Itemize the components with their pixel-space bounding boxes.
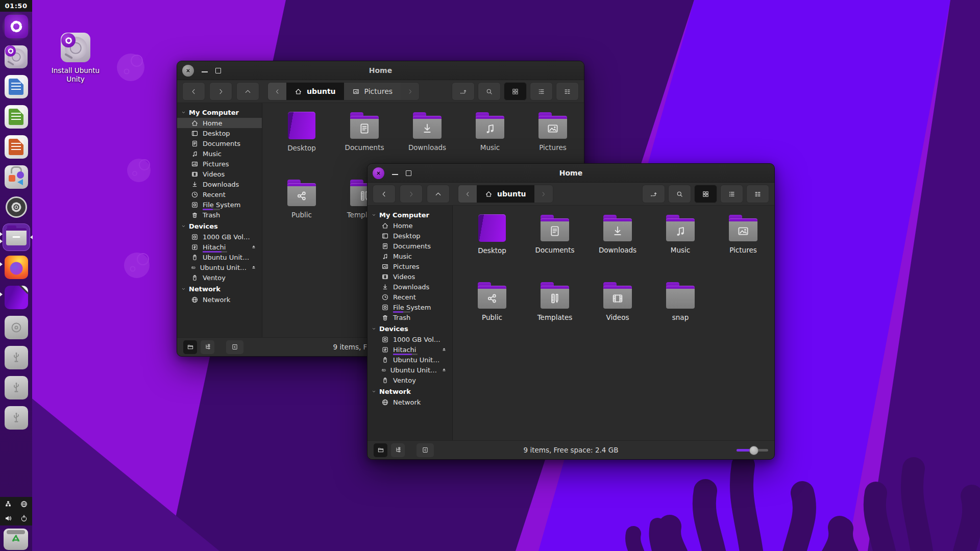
grid-view-button[interactable] (504, 82, 527, 101)
sidebar-item-downloads[interactable]: Downloads (177, 179, 262, 189)
sidebar-item-desktop[interactable]: Desktop (177, 128, 262, 138)
eject-button[interactable] (441, 346, 447, 353)
file-templates[interactable]: Templates (524, 281, 586, 348)
sidebar-item-1000-gb-vol-[interactable]: 1000 GB Vol… (368, 334, 452, 344)
sidebar-item-pictures[interactable]: Pictures (177, 159, 262, 169)
maximize-button[interactable] (406, 170, 411, 176)
sidebar-item-ubuntu-unit-[interactable]: Ubuntu Unit… (177, 252, 262, 262)
sidebar-item-downloads[interactable]: Downloads (368, 282, 452, 292)
sidebar-item-recent[interactable]: Recent (368, 292, 452, 302)
trash-icon[interactable] (4, 529, 28, 550)
sidebar-item-pictures[interactable]: Pictures (368, 261, 452, 271)
file-public[interactable]: Public (271, 179, 333, 246)
sidebar-item-home[interactable]: Home (177, 118, 262, 128)
dock-libreoffice-calc[interactable] (4, 105, 29, 129)
file-videos[interactable]: Videos (586, 281, 649, 348)
sidebar-item-home[interactable]: Home (368, 220, 452, 231)
dock-software-center[interactable] (4, 165, 29, 189)
titlebar[interactable]: Home (368, 164, 774, 183)
toggle-sidebar-button[interactable] (416, 443, 434, 457)
forward-button[interactable] (209, 82, 232, 101)
sidebar-item-hitachi[interactable]: Hitachi (177, 242, 262, 252)
sidebar-item-desktop[interactable]: Desktop (368, 231, 452, 241)
eject-button[interactable] (251, 264, 257, 270)
sidebar-item-documents[interactable]: Documents (368, 241, 452, 251)
sidebar-item-ubuntu-unit-[interactable]: Ubuntu Unit… (368, 355, 452, 365)
dock-image-viewer[interactable] (4, 285, 29, 310)
sidebar-item-videos[interactable]: Videos (368, 271, 452, 282)
sidebar-item-hitachi[interactable]: Hitachi (368, 344, 452, 355)
sidebar-section-devices[interactable]: Devices (177, 221, 262, 232)
install-ubuntu-unity-shortcut[interactable]: Install Ubuntu Unity (46, 33, 105, 84)
sidebar-item-trash[interactable]: Trash (177, 210, 262, 220)
dock-ubuntu-installer[interactable] (4, 44, 29, 69)
sidebar-section-my-computer[interactable]: My Computer (177, 107, 262, 118)
breadcrumb-forward[interactable] (401, 83, 419, 100)
sidebar-section-my-computer[interactable]: My Computer (368, 210, 452, 220)
breadcrumb-ubuntu[interactable]: ubuntu (286, 83, 344, 100)
sidebar-item-documents[interactable]: Documents (177, 138, 262, 148)
folder-places-button[interactable] (183, 340, 197, 354)
file-pictures[interactable]: Pictures (712, 214, 774, 281)
location-entry-button[interactable] (452, 82, 475, 101)
back-button[interactable] (373, 185, 396, 203)
breadcrumb-ubuntu[interactable]: ubuntu (477, 185, 534, 203)
minimize-button[interactable] (392, 174, 398, 175)
power-button[interactable] (16, 511, 33, 525)
file-desktop[interactable]: Desktop (461, 214, 523, 281)
globe-button[interactable] (16, 497, 33, 511)
breadcrumb-back[interactable] (458, 185, 477, 203)
sidebar-item-trash[interactable]: Trash (368, 312, 452, 322)
dock-firefox[interactable] (4, 255, 29, 280)
list-view-button[interactable] (530, 82, 553, 101)
dock-ubuntu-unity-launcher[interactable] (4, 14, 29, 39)
dock-file-manager[interactable] (4, 225, 29, 249)
dock-usb-drive-3[interactable] (4, 406, 29, 430)
sidebar-item-file-system[interactable]: File System (177, 199, 262, 210)
sidebar-item-ventoy[interactable]: Ventoy (177, 272, 262, 283)
sidebar-section-devices[interactable]: Devices (368, 323, 452, 334)
titlebar[interactable]: Home (177, 61, 584, 80)
zoom-slider-handle[interactable] (749, 446, 758, 455)
volume-button[interactable] (0, 511, 16, 525)
file-downloads[interactable]: Downloads (586, 214, 649, 281)
compact-view-button[interactable] (556, 82, 579, 101)
search-button[interactable] (668, 185, 691, 203)
treeview-button[interactable] (391, 443, 405, 457)
zoom-slider[interactable] (737, 449, 768, 452)
breadcrumb-back[interactable] (268, 83, 286, 100)
minimize-button[interactable] (202, 71, 208, 72)
eject-button[interactable] (251, 244, 257, 250)
compact-view-button[interactable] (746, 185, 769, 203)
sidebar-item-music[interactable]: Music (368, 251, 452, 261)
file-public[interactable]: Public (461, 281, 523, 348)
eject-button[interactable] (441, 367, 447, 373)
forward-button[interactable] (400, 185, 423, 203)
search-button[interactable] (478, 82, 501, 101)
up-button[interactable] (236, 82, 259, 101)
list-view-button[interactable] (720, 185, 743, 203)
back-button[interactable] (182, 82, 205, 101)
file-snap[interactable]: snap (649, 281, 712, 348)
sidebar-item-videos[interactable]: Videos (177, 169, 262, 179)
close-button[interactable] (373, 167, 384, 179)
folder-places-button[interactable] (374, 443, 387, 457)
breadcrumb-Pictures[interactable]: Pictures (344, 83, 401, 100)
grid-view-button[interactable] (694, 185, 717, 203)
file-music[interactable]: Music (649, 214, 712, 281)
sidebar-item-1000-gb-vol-[interactable]: 1000 GB Vol… (177, 232, 262, 242)
sidebar-item-network[interactable]: Network (368, 397, 452, 407)
location-entry-button[interactable] (642, 185, 665, 203)
up-button[interactable] (427, 185, 450, 203)
dock-disc-drive[interactable] (4, 315, 29, 340)
sidebar-item-music[interactable]: Music (177, 148, 262, 159)
dock-system-settings[interactable] (4, 195, 29, 219)
sidebar-item-network[interactable]: Network (177, 294, 262, 305)
file-desktop[interactable]: Desktop (271, 111, 333, 179)
treeview-button[interactable] (201, 340, 214, 354)
maximize-button[interactable] (215, 68, 221, 73)
sidebar-item-ventoy[interactable]: Ventoy (368, 375, 452, 385)
dock-usb-drive-2[interactable] (4, 375, 29, 400)
sidebar-section-network[interactable]: Network (368, 386, 452, 397)
close-button[interactable] (182, 65, 194, 77)
